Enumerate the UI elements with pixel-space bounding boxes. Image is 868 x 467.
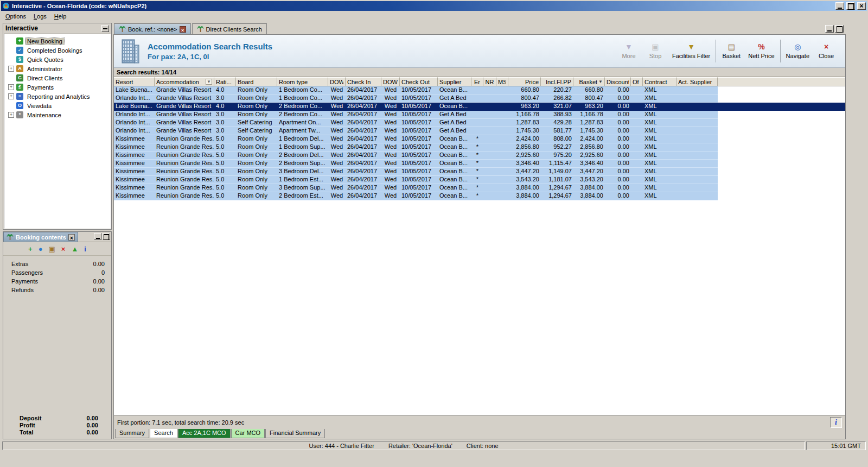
column-header-dow_in[interactable]: DOW	[328, 77, 346, 86]
result-row[interactable]: KissimmeeReunion Grande Res...5.0Room On…	[114, 152, 845, 160]
delete-item-icon[interactable]: ×	[61, 245, 66, 253]
cell-accommodation: Grande Villas Resort	[155, 127, 214, 135]
result-row[interactable]: KissimmeeReunion Grande Res...5.0Room On…	[114, 135, 845, 143]
sidebar-item-payments[interactable]: +£Payments	[4, 83, 110, 92]
expand-plus-icon[interactable]: +	[8, 84, 14, 90]
bottom-tab-search[interactable]: Search	[150, 429, 177, 438]
menu-item-logs[interactable]: Logs	[30, 12, 50, 21]
menu-item-options[interactable]: Options	[2, 12, 30, 21]
close-button[interactable]: ×Close	[815, 42, 838, 60]
nett-price-button[interactable]: %Nett Price	[746, 42, 776, 60]
booking-contents-header: Booking contents	[3, 232, 111, 242]
sidebar-item-quick-quotes[interactable]: $Quick Quotes	[4, 55, 110, 64]
column-header-room_type[interactable]: Room type	[277, 77, 328, 86]
column-header-contract[interactable]: Contract	[643, 77, 676, 86]
navigate-button[interactable]: ◎Navigate	[784, 42, 811, 60]
bottom-tab-financial-summary[interactable]: Financial Summary	[265, 429, 325, 438]
building-icon	[119, 38, 141, 64]
cell-resort: Lake Buena...	[114, 103, 155, 111]
mdi-minimize-button[interactable]	[825, 25, 834, 33]
booking-contents-close-icon[interactable]	[68, 234, 75, 241]
bottom-tab-summary[interactable]: Summary	[115, 429, 149, 438]
result-row[interactable]: KissimmeeReunion Grande Res...5.0Room On…	[114, 160, 845, 168]
result-row[interactable]: KissimmeeReunion Grande Res...5.0Room On…	[114, 143, 845, 152]
sidebar-item-maintenance[interactable]: +*Maintenance	[4, 110, 110, 119]
panel-collapse-button[interactable]	[101, 25, 109, 32]
cell-board: Room Only	[236, 94, 277, 103]
cell-act_supplier	[676, 119, 718, 127]
payments-icon: £	[16, 84, 23, 91]
result-row[interactable]: Lake Buena...Grande Villas Resort4.0Room…	[114, 86, 845, 94]
column-header-check_out[interactable]: Check Out	[400, 77, 438, 86]
column-header-act_supplier[interactable]: Act. Supplier	[676, 77, 718, 86]
column-header-price[interactable]: Price	[508, 77, 541, 86]
result-row[interactable]: KissimmeeReunion Grande Res...5.0Room On…	[114, 192, 845, 200]
cell-dow_out: Wed	[381, 160, 400, 168]
column-header-incl_fl_pp[interactable]: Incl.Fl.PP	[541, 77, 573, 86]
column-header-discount[interactable]: Discount	[605, 77, 631, 86]
maximize-window-button[interactable]	[846, 2, 855, 10]
booking-panel-minimize-button[interactable]	[94, 233, 101, 240]
column-header-accommodation[interactable]: Accommodation▼	[155, 77, 214, 86]
column-header-ms[interactable]: MS	[496, 77, 508, 86]
cell-check_out: 10/05/2017	[400, 86, 438, 94]
tab-book-ref-none[interactable]: Book. ref.: <none>	[114, 23, 191, 34]
cell-room_type: 2 Bedroom Est...	[277, 192, 328, 200]
column-header-er[interactable]: Er	[471, 77, 483, 86]
cell-check_out: 10/05/2017	[400, 152, 438, 160]
menu-item-help[interactable]: Help	[50, 12, 71, 21]
column-header-of[interactable]: Of	[631, 77, 643, 86]
titlebar: Interactive - Ocean-Florida (code: wNUaf…	[1, 1, 867, 11]
info-icon[interactable]: i	[84, 245, 86, 253]
sidebar-item-administrator[interactable]: +AAdministrator	[4, 64, 110, 73]
add-to-basket-icon[interactable]: ▣	[49, 245, 55, 253]
toolbar-separator	[780, 40, 781, 62]
sidebar-item-new-booking[interactable]: +New Booking	[4, 36, 110, 46]
tab-direct-clients-search[interactable]: Direct Clients Search	[192, 23, 267, 34]
filter-funnel-icon[interactable]: ▼	[206, 79, 212, 85]
sidebar-item-direct-clients[interactable]: CDirect Clients	[4, 73, 110, 83]
result-row[interactable]: Orlando Int...Grande Villas Resort3.0Sel…	[114, 127, 845, 135]
result-row[interactable]: KissimmeeReunion Grande Res...5.0Room On…	[114, 168, 845, 176]
mdi-restore-button[interactable]	[835, 25, 844, 33]
column-header-board[interactable]: Board	[236, 77, 277, 86]
move-up-icon[interactable]: ▲	[71, 245, 78, 253]
column-header-basket[interactable]: Basket▼	[573, 77, 605, 86]
cell-contract: XML	[643, 152, 676, 160]
result-row[interactable]: Orlando Int...Grande Villas Resort3.0Sel…	[114, 119, 845, 127]
close-window-button[interactable]	[857, 2, 866, 10]
cell-contract: XML	[643, 86, 676, 94]
info-button[interactable]	[830, 417, 842, 428]
cell-check_in: 26/04/2017	[346, 127, 381, 135]
result-row[interactable]: KissimmeeReunion Grande Res...5.0Room On…	[114, 176, 845, 184]
booking-contents-tab[interactable]: Booking contents	[3, 232, 78, 242]
minimize-window-button[interactable]	[835, 2, 844, 10]
column-header-supplier[interactable]: Supplier	[438, 77, 471, 86]
expand-plus-icon[interactable]: +	[8, 112, 14, 118]
result-row[interactable]: Orlando Int...Grande Villas Resort3.0Roo…	[114, 111, 845, 119]
expand-plus-icon[interactable]: +	[8, 93, 14, 99]
sidebar-item-reporting-and-analytics[interactable]: +≡Reporting and Analytics	[4, 92, 110, 101]
add-item-icon[interactable]: +	[28, 245, 33, 253]
sidebar-item-viewdata[interactable]: OViewdata	[4, 101, 110, 110]
result-row[interactable]: Orlando Int...Grande Villas Resort3.0Roo…	[114, 94, 845, 103]
globe-icon[interactable]: ●	[39, 245, 43, 253]
column-header-nr[interactable]: NR	[483, 77, 496, 86]
column-header-check_in[interactable]: Check In	[346, 77, 381, 86]
result-row[interactable]: KissimmeeReunion Grande Res...5.0Room On…	[114, 184, 845, 192]
cell-ms	[496, 152, 508, 160]
bottom-tab-acc-2a-1c-mco[interactable]: Acc 2A,1C MCO	[178, 429, 231, 438]
cell-er: *	[471, 135, 483, 143]
column-header-resort[interactable]: Resort	[114, 77, 155, 86]
column-header-dow_out[interactable]: DOW	[381, 77, 400, 86]
basket-button[interactable]: ▤Basket	[720, 42, 743, 60]
sidebar-item-completed-bookings[interactable]: ✓Completed Bookings	[4, 46, 110, 55]
column-header-rating[interactable]: Rati...	[214, 77, 236, 86]
tab-close-icon[interactable]	[180, 26, 186, 33]
facilities-filter-button[interactable]: ▼Facilities Filter	[671, 42, 712, 60]
booking-panel-restore-button[interactable]	[103, 233, 110, 240]
expand-plus-icon[interactable]: +	[8, 66, 14, 72]
bottom-tab-car-mco[interactable]: Car MCO	[231, 429, 265, 438]
cell-resort: Orlando Int...	[114, 94, 155, 103]
result-row[interactable]: Lake Buena...Grande Villas Resort4.0Room…	[114, 103, 845, 111]
